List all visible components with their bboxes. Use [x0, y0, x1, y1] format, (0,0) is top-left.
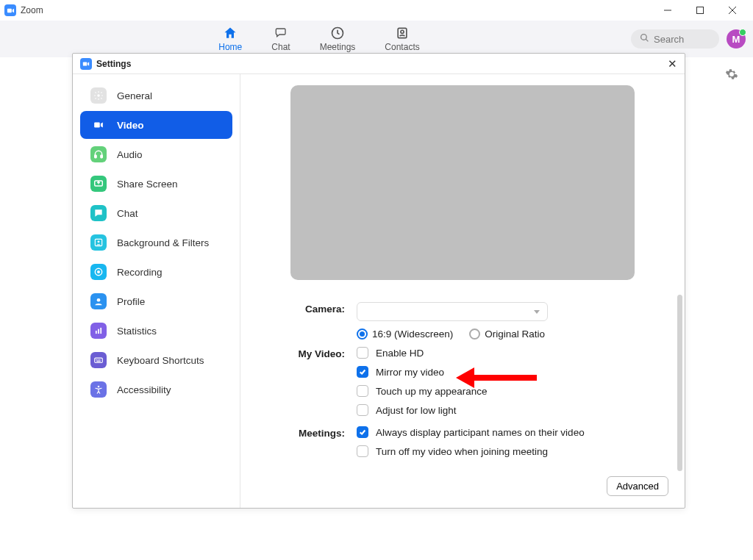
maximize-button[interactable] — [684, 0, 716, 21]
my-video-label: My Video: — [285, 347, 357, 416]
chat-icon — [274, 26, 288, 40]
tab-label: Chat — [271, 42, 290, 52]
modal-close-button[interactable]: ✕ — [668, 57, 677, 71]
profile-icon — [90, 293, 107, 309]
sidebar-item-profile[interactable]: Profile — [80, 287, 232, 315]
advanced-button[interactable]: Advanced — [607, 476, 668, 496]
sidebar-item-label: Audio — [117, 149, 143, 160]
svg-point-29 — [98, 386, 100, 388]
sidebar-item-label: Keyboard Shortcuts — [117, 355, 204, 366]
meetings-label: Meetings: — [285, 426, 357, 457]
sidebar-item-chat[interactable]: Chat — [80, 199, 232, 227]
svg-point-20 — [97, 298, 101, 302]
svg-rect-10 — [83, 62, 87, 65]
sidebar-item-label: Recording — [117, 267, 163, 278]
contacts-icon — [395, 26, 410, 40]
tab-home[interactable]: Home — [218, 26, 242, 52]
checkbox-touch-up-appearance[interactable]: Touch up my appearance — [357, 385, 640, 397]
video-icon — [90, 117, 107, 133]
svg-rect-21 — [96, 331, 97, 334]
settings-content: Camera: 16:9 (Widescreen) Original Ratio — [240, 74, 685, 508]
svg-rect-13 — [95, 155, 96, 158]
tab-label: Home — [218, 42, 242, 52]
recording-icon — [90, 264, 107, 280]
svg-rect-23 — [100, 328, 101, 334]
window-controls — [652, 0, 749, 21]
svg-rect-14 — [101, 155, 102, 158]
checkbox-enable-hd[interactable]: Enable HD — [357, 347, 640, 359]
close-button[interactable] — [716, 0, 749, 21]
sidebar-item-label: Accessibility — [117, 384, 171, 395]
sidebar-item-background-filters[interactable]: Background & Filters — [80, 229, 232, 256]
tab-chat[interactable]: Chat — [271, 26, 290, 52]
tab-meetings[interactable]: Meetings — [320, 26, 356, 52]
checkbox-display-participant-names[interactable]: Always display participant names on thei… — [357, 426, 640, 438]
settings-gear-icon[interactable] — [725, 68, 738, 83]
sidebar-item-video[interactable]: Video — [80, 111, 232, 139]
checkbox-mirror-my-video[interactable]: Mirror my video — [357, 366, 640, 378]
modal-header: Settings ✕ — [73, 54, 685, 74]
sidebar-item-statistics[interactable]: Statistics — [80, 317, 232, 345]
video-preview — [290, 85, 635, 280]
avatar[interactable]: M — [727, 29, 746, 49]
minimize-button[interactable] — [652, 0, 684, 21]
checkbox-turn-off-video-on-join[interactable]: Turn off my video when joining meeting — [357, 445, 640, 457]
svg-rect-24 — [95, 358, 103, 362]
gear-icon — [90, 87, 107, 104]
camera-select[interactable] — [357, 302, 548, 321]
tab-label: Contacts — [385, 42, 419, 52]
sidebar-item-share-screen[interactable]: Share Screen — [80, 170, 232, 198]
statistics-icon — [90, 323, 107, 339]
scrollbar[interactable] — [677, 295, 682, 471]
sidebar-item-label: Chat — [117, 208, 138, 219]
sidebar-item-label: Background & Filters — [117, 237, 209, 248]
sidebar-item-label: Statistics — [117, 326, 157, 337]
radio-widescreen[interactable]: 16:9 (Widescreen) — [357, 329, 453, 340]
svg-rect-0 — [7, 8, 11, 12]
titlebar: Zoom — [0, 0, 753, 21]
settings-modal: Settings ✕ General Video Audio Share Scr… — [72, 53, 685, 509]
camera-label: Camera: — [285, 302, 357, 340]
sidebar-item-label: General — [117, 90, 152, 101]
checkbox-adjust-low-light[interactable]: Adjust for low light — [357, 404, 640, 416]
svg-rect-12 — [94, 123, 100, 128]
svg-point-7 — [401, 30, 404, 33]
tab-contacts[interactable]: Contacts — [385, 26, 419, 52]
zoom-app-icon — [80, 58, 92, 70]
svg-point-8 — [641, 35, 647, 40]
search-input[interactable]: Search — [631, 29, 719, 49]
app-title: Zoom — [21, 5, 43, 15]
svg-line-9 — [646, 39, 648, 41]
sidebar-item-label: Profile — [117, 296, 145, 307]
svg-point-11 — [97, 94, 100, 97]
search-icon — [640, 33, 649, 45]
tab-label: Meetings — [320, 42, 356, 52]
main-toolbar: Home Chat Meetings Contacts Search M — [0, 21, 753, 57]
sidebar-item-recording[interactable]: Recording — [80, 258, 232, 286]
share-screen-icon — [90, 176, 107, 192]
headphones-icon — [90, 146, 107, 162]
sidebar-item-accessibility[interactable]: Accessibility — [80, 376, 232, 403]
search-placeholder: Search — [654, 34, 684, 45]
accessibility-icon — [90, 381, 107, 398]
chat-icon — [90, 205, 107, 221]
home-icon — [223, 26, 238, 40]
zoom-app-icon — [4, 4, 16, 16]
radio-original-ratio[interactable]: Original Ratio — [469, 329, 545, 340]
svg-point-19 — [97, 270, 100, 273]
sidebar-item-label: Share Screen — [117, 179, 178, 190]
svg-rect-2 — [697, 7, 704, 14]
sidebar-item-keyboard-shortcuts[interactable]: Keyboard Shortcuts — [80, 346, 232, 374]
svg-rect-22 — [98, 329, 99, 334]
background-icon — [90, 234, 107, 251]
sidebar-item-label: Video — [117, 120, 144, 131]
modal-title: Settings — [96, 59, 131, 69]
clock-icon — [330, 26, 345, 40]
keyboard-icon — [90, 352, 107, 368]
settings-sidebar: General Video Audio Share Screen Chat Ba — [73, 74, 240, 508]
svg-point-17 — [98, 240, 100, 243]
sidebar-item-audio[interactable]: Audio — [80, 140, 232, 168]
sidebar-item-general[interactable]: General — [80, 82, 232, 110]
